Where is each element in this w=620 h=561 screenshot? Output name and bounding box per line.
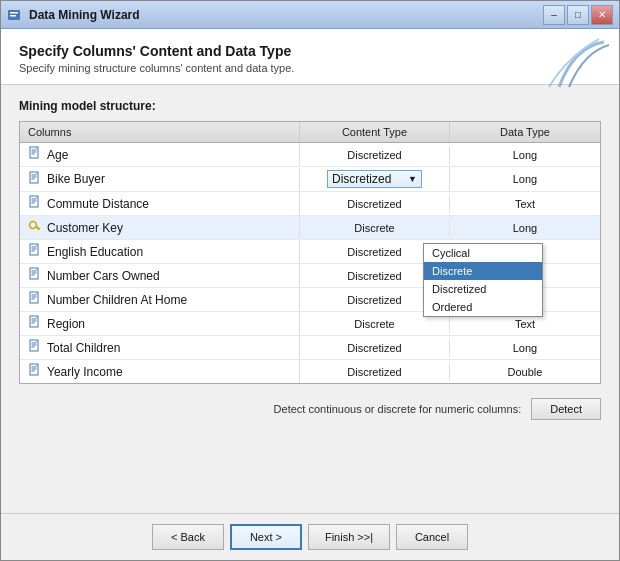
svg-rect-38 bbox=[32, 295, 37, 296]
content-type-cell: Discretized bbox=[300, 146, 450, 164]
svg-rect-50 bbox=[32, 343, 37, 344]
table-row: Commute Distance Discretized Text bbox=[20, 192, 600, 216]
col-header-columns: Columns bbox=[20, 122, 300, 142]
cancel-button[interactable]: Cancel bbox=[396, 524, 468, 550]
svg-rect-44 bbox=[32, 319, 37, 320]
column-name-cell: Customer Key bbox=[20, 216, 300, 239]
table-row: Customer Key Discrete Long bbox=[20, 216, 600, 240]
window: Data Mining Wizard – □ ✕ Specify Columns… bbox=[0, 0, 620, 561]
detect-label: Detect continuous or discrete for numeri… bbox=[274, 403, 522, 415]
content-type-cell: Discretized bbox=[300, 363, 450, 381]
data-type-cell: Double bbox=[450, 363, 600, 381]
detect-button[interactable]: Detect bbox=[531, 398, 601, 420]
svg-rect-34 bbox=[32, 275, 35, 276]
detect-row: Detect continuous or discrete for numeri… bbox=[19, 398, 601, 420]
back-button[interactable]: < Back bbox=[152, 524, 224, 550]
svg-rect-6 bbox=[32, 152, 37, 153]
table-row: Yearly Income Discretized Double bbox=[20, 360, 600, 383]
window-title: Data Mining Wizard bbox=[29, 8, 543, 22]
col-header-content-type: Content Type bbox=[300, 122, 450, 142]
column-name-cell: Number Children At Home bbox=[20, 288, 300, 311]
key-icon bbox=[28, 219, 42, 236]
svg-point-22 bbox=[30, 222, 37, 229]
data-type-cell: Text bbox=[450, 195, 600, 213]
doc-icon bbox=[28, 291, 42, 308]
svg-rect-40 bbox=[32, 299, 35, 300]
table-row: Bike Buyer Discretized ▼ Long bbox=[20, 167, 600, 192]
doc-icon bbox=[28, 195, 42, 212]
column-name-cell: Total Children bbox=[20, 336, 300, 359]
table-header: Columns Content Type Data Type bbox=[20, 122, 600, 143]
svg-rect-7 bbox=[32, 154, 35, 155]
svg-rect-46 bbox=[32, 323, 35, 324]
column-name-cell: Region bbox=[20, 312, 300, 335]
content-type-cell: Discrete bbox=[300, 315, 450, 333]
page-subtitle: Specify mining structure columns' conten… bbox=[19, 62, 601, 74]
doc-icon bbox=[28, 171, 42, 188]
column-name-cell: Yearly Income bbox=[20, 360, 300, 383]
column-name-cell: Bike Buyer bbox=[20, 168, 300, 191]
svg-rect-51 bbox=[32, 345, 37, 346]
data-type-cell: Long bbox=[450, 339, 600, 357]
svg-rect-32 bbox=[32, 271, 37, 272]
doc-icon bbox=[28, 339, 42, 356]
data-type-cell: Long bbox=[450, 170, 600, 188]
header-section: Specify Columns' Content and Data Type S… bbox=[1, 29, 619, 85]
svg-rect-39 bbox=[32, 297, 37, 298]
doc-icon bbox=[28, 267, 42, 284]
footer: < Back Next > Finish >>| Cancel bbox=[1, 513, 619, 560]
svg-rect-11 bbox=[32, 174, 37, 175]
finish-button[interactable]: Finish >>| bbox=[308, 524, 390, 550]
content-type-cell: Discrete bbox=[300, 219, 450, 237]
dropdown-option-cyclical[interactable]: Cyclical bbox=[424, 244, 542, 262]
page-title: Specify Columns' Content and Data Type bbox=[19, 43, 601, 59]
svg-rect-1 bbox=[10, 12, 18, 14]
app-icon bbox=[7, 7, 23, 23]
svg-rect-5 bbox=[32, 150, 37, 151]
data-type-cell: Text bbox=[450, 315, 600, 333]
svg-rect-26 bbox=[32, 247, 37, 248]
svg-rect-45 bbox=[32, 321, 37, 322]
doc-icon bbox=[28, 363, 42, 380]
column-name-cell: Commute Distance bbox=[20, 192, 300, 215]
svg-rect-18 bbox=[32, 201, 37, 202]
data-type-cell: Long bbox=[450, 146, 600, 164]
col-header-data-type: Data Type bbox=[450, 122, 600, 142]
dropdown-option-discretized[interactable]: Discretized bbox=[424, 280, 542, 298]
minimize-button[interactable]: – bbox=[543, 5, 565, 25]
doc-icon bbox=[28, 146, 42, 163]
svg-rect-2 bbox=[10, 15, 16, 17]
svg-rect-33 bbox=[32, 273, 37, 274]
content-type-cell: Discretized bbox=[300, 195, 450, 213]
maximize-button[interactable]: □ bbox=[567, 5, 589, 25]
svg-rect-17 bbox=[32, 199, 37, 200]
svg-rect-57 bbox=[32, 369, 37, 370]
doc-icon bbox=[28, 243, 42, 260]
svg-rect-27 bbox=[32, 249, 37, 250]
content-type-select[interactable]: Discretized ▼ bbox=[327, 170, 422, 188]
close-button[interactable]: ✕ bbox=[591, 5, 613, 25]
content-type-cell: Discretized bbox=[300, 339, 450, 357]
svg-rect-19 bbox=[32, 203, 35, 204]
svg-rect-56 bbox=[32, 367, 37, 368]
content-type-dropdown[interactable]: Cyclical Discrete Discretized Ordered bbox=[423, 243, 543, 317]
column-name-cell: English Education bbox=[20, 240, 300, 263]
doc-icon bbox=[28, 315, 42, 332]
dropdown-option-discrete[interactable]: Discrete bbox=[424, 262, 542, 280]
section-label: Mining model structure: bbox=[19, 99, 601, 113]
content-area: Mining model structure: Columns Content … bbox=[1, 85, 619, 513]
title-bar: Data Mining Wizard – □ ✕ bbox=[1, 1, 619, 29]
table-row: Total Children Discretized Long bbox=[20, 336, 600, 360]
dropdown-option-ordered[interactable]: Ordered bbox=[424, 298, 542, 316]
svg-rect-52 bbox=[32, 347, 35, 348]
svg-rect-58 bbox=[32, 371, 35, 372]
column-name-cell: Age bbox=[20, 143, 300, 166]
svg-rect-12 bbox=[32, 176, 37, 177]
content-type-cell: Discretized ▼ bbox=[300, 167, 450, 191]
column-name-cell: Number Cars Owned bbox=[20, 264, 300, 287]
window-controls: – □ ✕ bbox=[543, 5, 613, 25]
data-type-cell: Long bbox=[450, 219, 600, 237]
svg-rect-28 bbox=[32, 251, 35, 252]
svg-rect-13 bbox=[32, 178, 35, 179]
next-button[interactable]: Next > bbox=[230, 524, 302, 550]
